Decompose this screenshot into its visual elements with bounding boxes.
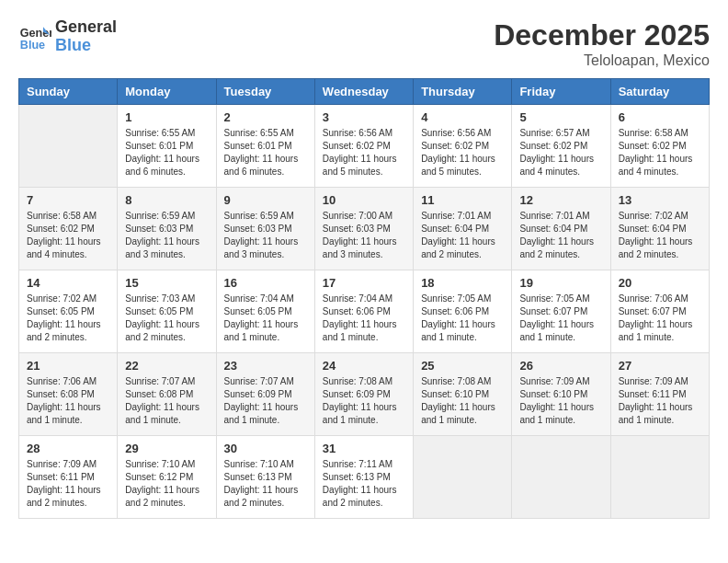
day-info: Sunrise: 7:01 AM Sunset: 6:04 PM Dayligh… (421, 210, 504, 261)
calendar-day-23: 23Sunrise: 7:07 AM Sunset: 6:09 PM Dayli… (216, 353, 314, 436)
day-info: Sunrise: 7:10 AM Sunset: 6:13 PM Dayligh… (224, 458, 307, 510)
day-number: 5 (519, 110, 602, 124)
day-info: Sunrise: 7:07 AM Sunset: 6:09 PM Dayligh… (224, 375, 307, 427)
day-info: Sunrise: 7:05 AM Sunset: 6:06 PM Dayligh… (421, 293, 504, 344)
calendar-day-8: 8Sunrise: 6:59 AM Sunset: 6:03 PM Daylig… (118, 188, 216, 270)
day-number: 31 (323, 442, 405, 455)
calendar-day-9: 9Sunrise: 6:59 AM Sunset: 6:03 PM Daylig… (216, 188, 314, 270)
svg-text:Blue: Blue (20, 38, 45, 51)
calendar-week-row: 14Sunrise: 7:02 AM Sunset: 6:05 PM Dayli… (19, 270, 710, 353)
calendar-day-27: 27Sunrise: 7:09 AM Sunset: 6:11 PM Dayli… (610, 353, 709, 436)
calendar-day-22: 22Sunrise: 7:07 AM Sunset: 6:08 PM Dayli… (118, 353, 216, 436)
day-info: Sunrise: 7:03 AM Sunset: 6:05 PM Dayligh… (125, 293, 208, 344)
day-number: 6 (619, 110, 701, 124)
calendar-day-19: 19Sunrise: 7:05 AM Sunset: 6:07 PM Dayli… (512, 270, 610, 353)
day-info: Sunrise: 6:58 AM Sunset: 6:02 PM Dayligh… (27, 210, 109, 261)
day-number: 25 (421, 359, 504, 373)
day-number: 17 (323, 276, 405, 290)
calendar-day-24: 24Sunrise: 7:08 AM Sunset: 6:09 PM Dayli… (314, 353, 413, 436)
day-info: Sunrise: 6:59 AM Sunset: 6:03 PM Dayligh… (224, 210, 307, 261)
header-day-saturday: Saturday (610, 79, 709, 105)
calendar-day-14: 14Sunrise: 7:02 AM Sunset: 6:05 PM Dayli… (19, 270, 118, 353)
calendar-week-row: 21Sunrise: 7:06 AM Sunset: 6:08 PM Dayli… (19, 353, 710, 436)
day-info: Sunrise: 7:00 AM Sunset: 6:03 PM Dayligh… (323, 210, 405, 261)
day-info: Sunrise: 7:10 AM Sunset: 6:12 PM Dayligh… (125, 458, 208, 510)
day-number: 18 (421, 276, 504, 290)
day-number: 19 (519, 276, 602, 290)
calendar-day-16: 16Sunrise: 7:04 AM Sunset: 6:05 PM Dayli… (216, 270, 314, 353)
calendar-day-2: 2Sunrise: 6:55 AM Sunset: 6:01 PM Daylig… (216, 105, 314, 188)
calendar-day-25: 25Sunrise: 7:08 AM Sunset: 6:10 PM Dayli… (414, 353, 512, 436)
day-info: Sunrise: 7:09 AM Sunset: 6:11 PM Dayligh… (27, 458, 109, 510)
calendar-day-30: 30Sunrise: 7:10 AM Sunset: 6:13 PM Dayli… (216, 436, 314, 519)
day-info: Sunrise: 7:02 AM Sunset: 6:04 PM Dayligh… (619, 210, 701, 261)
day-info: Sunrise: 7:09 AM Sunset: 6:10 PM Dayligh… (519, 375, 602, 427)
day-number: 27 (619, 359, 701, 373)
logo-blue: Blue (55, 36, 91, 54)
day-number: 22 (125, 359, 208, 373)
header-day-sunday: Sunday (19, 79, 118, 105)
calendar-empty-cell (414, 436, 512, 519)
day-number: 1 (125, 110, 208, 124)
day-number: 13 (619, 193, 701, 207)
header-day-friday: Friday (512, 79, 610, 105)
day-number: 14 (27, 276, 109, 290)
page-header: General Blue General Blue December 2025 … (18, 18, 710, 69)
calendar-empty-cell (19, 105, 118, 188)
calendar-day-17: 17Sunrise: 7:04 AM Sunset: 6:06 PM Dayli… (314, 270, 413, 353)
calendar-day-20: 20Sunrise: 7:06 AM Sunset: 6:07 PM Dayli… (610, 270, 709, 353)
calendar-week-row: 7Sunrise: 6:58 AM Sunset: 6:02 PM Daylig… (19, 188, 710, 270)
day-number: 24 (323, 359, 405, 373)
day-info: Sunrise: 6:56 AM Sunset: 6:02 PM Dayligh… (421, 127, 504, 178)
day-number: 26 (519, 359, 602, 373)
calendar-day-5: 5Sunrise: 6:57 AM Sunset: 6:02 PM Daylig… (512, 105, 610, 188)
day-number: 12 (519, 193, 602, 207)
day-number: 16 (224, 276, 307, 290)
day-number: 8 (125, 193, 208, 207)
calendar-empty-cell (610, 436, 709, 519)
header-day-monday: Monday (118, 79, 216, 105)
day-number: 21 (27, 359, 109, 373)
calendar-day-21: 21Sunrise: 7:06 AM Sunset: 6:08 PM Dayli… (19, 353, 118, 436)
calendar-header-row: SundayMondayTuesdayWednesdayThursdayFrid… (19, 79, 710, 105)
day-info: Sunrise: 7:01 AM Sunset: 6:04 PM Dayligh… (519, 210, 602, 261)
logo-general: General (55, 17, 117, 36)
calendar-day-3: 3Sunrise: 6:56 AM Sunset: 6:02 PM Daylig… (314, 105, 413, 188)
day-info: Sunrise: 6:55 AM Sunset: 6:01 PM Dayligh… (125, 127, 208, 178)
day-info: Sunrise: 6:59 AM Sunset: 6:03 PM Dayligh… (125, 210, 208, 261)
calendar-day-29: 29Sunrise: 7:10 AM Sunset: 6:12 PM Dayli… (118, 436, 216, 519)
day-number: 7 (27, 193, 109, 207)
day-info: Sunrise: 7:08 AM Sunset: 6:10 PM Dayligh… (421, 375, 504, 427)
day-info: Sunrise: 6:58 AM Sunset: 6:02 PM Dayligh… (619, 127, 701, 178)
day-info: Sunrise: 7:08 AM Sunset: 6:09 PM Dayligh… (323, 375, 405, 427)
day-info: Sunrise: 6:56 AM Sunset: 6:02 PM Dayligh… (323, 127, 405, 178)
day-number: 23 (224, 359, 307, 373)
header-day-wednesday: Wednesday (314, 79, 413, 105)
day-info: Sunrise: 6:57 AM Sunset: 6:02 PM Dayligh… (519, 127, 602, 178)
logo: General Blue General Blue (18, 18, 117, 55)
day-number: 2 (224, 110, 307, 124)
calendar-day-31: 31Sunrise: 7:11 AM Sunset: 6:13 PM Dayli… (314, 436, 413, 519)
calendar-empty-cell (512, 436, 610, 519)
day-info: Sunrise: 7:04 AM Sunset: 6:05 PM Dayligh… (224, 293, 307, 344)
calendar-day-18: 18Sunrise: 7:05 AM Sunset: 6:06 PM Dayli… (414, 270, 512, 353)
day-info: Sunrise: 7:06 AM Sunset: 6:07 PM Dayligh… (619, 293, 701, 344)
day-number: 29 (125, 442, 208, 455)
calendar-day-26: 26Sunrise: 7:09 AM Sunset: 6:10 PM Dayli… (512, 353, 610, 436)
day-number: 9 (224, 193, 307, 207)
day-number: 28 (27, 442, 109, 455)
calendar-day-12: 12Sunrise: 7:01 AM Sunset: 6:04 PM Dayli… (512, 188, 610, 270)
day-info: Sunrise: 7:06 AM Sunset: 6:08 PM Dayligh… (27, 375, 109, 427)
month-title: December 2025 (494, 18, 710, 52)
calendar-week-row: 28Sunrise: 7:09 AM Sunset: 6:11 PM Dayli… (19, 436, 710, 519)
day-number: 10 (323, 193, 405, 207)
calendar-day-10: 10Sunrise: 7:00 AM Sunset: 6:03 PM Dayli… (314, 188, 413, 270)
calendar-day-7: 7Sunrise: 6:58 AM Sunset: 6:02 PM Daylig… (19, 188, 118, 270)
calendar-table: SundayMondayTuesdayWednesdayThursdayFrid… (18, 78, 710, 519)
day-number: 3 (323, 110, 405, 124)
day-info: Sunrise: 7:05 AM Sunset: 6:07 PM Dayligh… (519, 293, 602, 344)
calendar-week-row: 1Sunrise: 6:55 AM Sunset: 6:01 PM Daylig… (19, 105, 710, 188)
day-number: 30 (224, 442, 307, 455)
day-number: 20 (619, 276, 701, 290)
location-title: Teloloapan, Mexico (494, 52, 710, 69)
